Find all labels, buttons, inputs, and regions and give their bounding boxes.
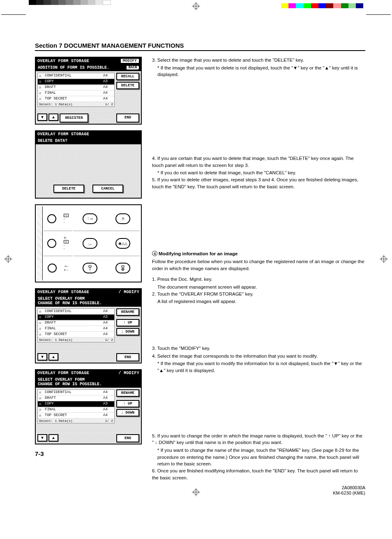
down-arrow-button[interactable]: ▼ [37, 113, 47, 121]
list-item[interactable]: ☑DRAFTA4 [38, 396, 114, 401]
modify-label: / MODIFY [119, 371, 139, 375]
rename-button[interactable]: RENAME [116, 308, 139, 316]
instruction-block-1: 3. Select the image that you want to del… [152, 57, 365, 78]
delete-confirm-button[interactable]: DELETE [53, 185, 84, 193]
list-item[interactable]: ☑TOP SECRETA4 [38, 332, 114, 338]
list-item[interactable]: ☑FINALA4 [38, 90, 114, 96]
file-list: ☑CONFIDENTIALA4 ☑COPYA3 ☑DRAFTA4 ☑FINALA… [37, 73, 115, 107]
panel-key[interactable] [83, 263, 97, 273]
list-item[interactable]: ☑CONFIDENTIALA4 [38, 309, 114, 315]
panel-key[interactable] [115, 263, 130, 273]
instruction-block-5: 5. If you want to change the order in wh… [152, 433, 365, 481]
circled-number-icon: 4 [152, 251, 157, 256]
svg-rect-14 [122, 266, 124, 267]
list-item[interactable]: ☑FINALA4 [38, 326, 114, 332]
down-button[interactable]: ↓ DOWN [116, 328, 139, 335]
panel-title: OVERLAY FORM STORAGE [37, 59, 89, 63]
up-arrow-button[interactable]: ▲ [48, 113, 58, 121]
list-item[interactable]: ☑FINALA4 [38, 407, 114, 413]
panel-key[interactable]: ◉△△ [115, 238, 130, 249]
rename-button[interactable]: RENAME [116, 389, 139, 397]
footer-text: 2A080030A KM-6230 (KME) [333, 485, 365, 496]
list-item[interactable]: ☑TOP SECRETA4 [38, 96, 114, 102]
panel-subtitle: ADDITION OF FORM IS POSSIBLE. [38, 65, 109, 70]
a4-icon: A [64, 240, 69, 243]
modify-button[interactable]: MODIFY [120, 58, 139, 63]
list-item[interactable]: ☑COPYA3 [38, 79, 114, 85]
end-button[interactable]: END [116, 353, 139, 361]
panel-key[interactable] [47, 214, 56, 223]
instruction-block-3: 4Modifying information for an image Foll… [152, 250, 365, 305]
down-arrow-button[interactable]: ▼ [37, 434, 47, 442]
doc-icon: ▭ [64, 214, 69, 217]
control-panel-diagram: ▭▫▫ ⟲A▫▫ ⇥ ▫⇤ ▫ ⋮⇨⎘ ◡◉△△ [35, 204, 142, 282]
delete-prompt: DELETE DATA? [38, 139, 67, 143]
lcd-panel-modify-1: OVERLAY FORM STORAGE / MODIFY SELECT OVE… [35, 288, 142, 363]
list-footer: Select: 1 Data(s)1/ 2 [38, 419, 114, 423]
svg-rect-12 [89, 266, 91, 267]
panel-key[interactable] [47, 239, 56, 248]
list-item[interactable]: ☑DRAFTA4 [38, 85, 114, 90]
register-button[interactable]: REGISTER [60, 113, 88, 123]
up-button[interactable]: ↑ UP [116, 319, 139, 326]
list-footer: Select: 1 Data(s)1/ 2 [38, 102, 114, 106]
panel-title: OVERLAY FORM STORAGE [37, 371, 89, 375]
list-item[interactable]: ☑COPYA3 [38, 401, 114, 407]
instruction-block-2: 4. If you are certain that you want to d… [152, 155, 365, 190]
file-list: ☑CONFIDENTIALA4 ☑COPYA3 ☑DRAFTA4 ☑FINALA… [37, 308, 115, 342]
panel-title: OVERLAY FORM STORAGE [37, 132, 89, 136]
panel-key[interactable]: ⎘ [115, 213, 130, 224]
page-number: 7-3 [35, 450, 142, 457]
lcd-panel-delete-confirm: OVERLAY FORM STORAGE DELETE DATA? DELETE… [35, 130, 142, 199]
up-button[interactable]: ↑ UP [116, 400, 139, 407]
delete-button[interactable]: DELETE [116, 82, 139, 89]
up-arrow-button[interactable]: ▲ [48, 353, 58, 361]
list-item[interactable]: ☑CONFIDENTIALA4 [38, 390, 114, 396]
cancel-button[interactable]: CANCEL [92, 185, 123, 193]
lcd-panel-overlay-storage: OVERLAY FORM STORAGE MODIFY ADDITION OF … [35, 57, 142, 125]
end-button[interactable]: END [116, 434, 139, 442]
list-item[interactable]: ☑CONFIDENTIALA4 [38, 73, 114, 79]
up-arrow-button[interactable]: ▲ [48, 434, 58, 442]
grayscale-calibration-bar [29, 0, 111, 5]
end-button[interactable]: END [116, 113, 139, 123]
down-arrow-button[interactable]: ▼ [37, 353, 47, 361]
panel-title: OVERLAY FORM STORAGE [37, 290, 89, 294]
list-footer: Select: 1 Data(s)1/ 2 [38, 338, 114, 342]
list-item[interactable]: ☑TOP SECRETA4 [38, 413, 114, 419]
recall-button[interactable]: RECALL [116, 73, 139, 80]
panel-key[interactable] [48, 264, 57, 273]
lcd-panel-modify-2: OVERLAY FORM STORAGE / MODIFY SELECT OVE… [35, 369, 142, 444]
list-item[interactable]: ☑DRAFTA4 [38, 320, 114, 326]
modify-label: / MODIFY [119, 290, 139, 294]
down-button[interactable]: ↓ DOWN [116, 409, 139, 416]
panel-subtitle: SELECT OVERLAY FORM CHANGE OF ROW IS POS… [38, 377, 102, 386]
section-title: Section 7 DOCUMENT MANAGEMENT FUNCTIONS [35, 42, 365, 51]
panel-key[interactable]: ◡ [83, 238, 97, 249]
list-item[interactable]: ☑COPYA3 [38, 315, 114, 320]
panel-subtitle: SELECT OVERLAY FORM CHANGE OF ROW IS POS… [38, 296, 102, 305]
panel-key[interactable]: ⋮⇨ [83, 213, 97, 224]
back-button[interactable]: BACK [127, 66, 139, 70]
file-list: ☑CONFIDENTIALA4 ☑DRAFTA4 ☑COPYA3 ☑FINALA… [37, 389, 115, 423]
instruction-block-4: 3. Touch the "MODIFY" key. 4. Select the… [152, 345, 365, 374]
